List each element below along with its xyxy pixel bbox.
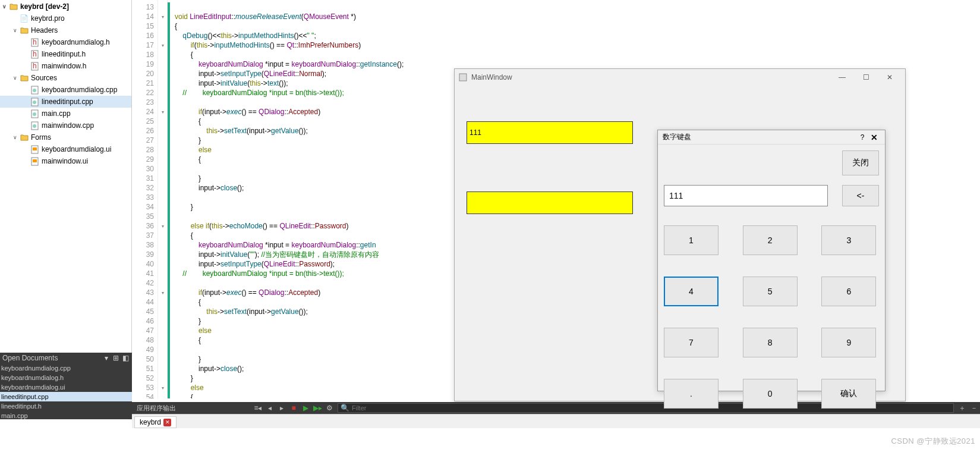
stop-icon[interactable]: ■ — [288, 403, 299, 413]
svg-point-11 — [33, 112, 36, 116]
svg-point-13 — [33, 124, 36, 128]
ui-file[interactable]: mainwindow.ui — [0, 155, 131, 167]
document-tab[interactable]: keybrd ✕ — [134, 416, 177, 428]
keypad-key-7[interactable]: 7 — [664, 328, 719, 357]
open-doc-item[interactable]: keyboardnumdialog.ui — [0, 382, 132, 392]
editor-tab-bar: keybrd ✕ — [132, 414, 980, 428]
svg-text:h: h — [33, 38, 37, 46]
source-file[interactable]: keyboardnumdialog.cpp — [0, 84, 131, 96]
ui-file-icon — [30, 145, 39, 154]
sources-folder[interactable]: ∨Sources — [0, 72, 131, 84]
keypad-key-4[interactable]: 4 — [664, 277, 719, 306]
minimize-icon[interactable]: ― — [830, 70, 854, 84]
folder-icon — [20, 133, 29, 142]
svg-rect-17 — [33, 159, 37, 162]
folder-icon — [20, 26, 29, 35]
line-number-gutter: 1314151617181920212223242526272829303132… — [132, 0, 158, 398]
close-panel-icon[interactable]: ◧ — [121, 354, 130, 362]
cpp-file-icon — [30, 86, 39, 95]
keypad-display[interactable] — [664, 185, 828, 206]
h-file-icon: h — [30, 62, 39, 71]
close-icon[interactable]: ✕ — [868, 133, 880, 142]
project-tree[interactable]: ∨ keybrd [dev-2] 📄keybrd.pro ∨Headers hk… — [0, 0, 132, 398]
h-file-icon: h — [30, 38, 39, 47]
remove-icon[interactable]: － — [969, 403, 979, 413]
cpp-file-icon — [30, 121, 39, 130]
header-file[interactable]: hlineeditinput.h — [0, 48, 131, 60]
output-label: 应用程序输出 — [132, 404, 181, 413]
forms-folder[interactable]: ∨Forms — [0, 131, 131, 143]
keypad-key-.[interactable]: . — [664, 379, 719, 409]
open-documents-header: Open Documents ▾ ⊞ ◧ — [0, 353, 132, 363]
tab-label: keybrd — [140, 418, 161, 426]
run-icon[interactable]: ▶ — [300, 403, 311, 413]
headers-folder[interactable]: ∨Headers — [0, 24, 131, 36]
keypad-key-9[interactable]: 9 — [821, 328, 876, 357]
open-doc-item[interactable]: lineeditinput.h — [0, 401, 132, 411]
mainwindow-titlebar[interactable]: MainWindow ― ☐ ✕ — [455, 69, 905, 86]
svg-text:h: h — [33, 62, 37, 70]
window-title: MainWindow — [471, 73, 830, 81]
split-icon[interactable]: ⊞ — [112, 354, 120, 362]
h-file-icon: h — [30, 50, 39, 59]
open-doc-item[interactable]: lineeditinput.cpp — [0, 392, 132, 401]
keypad-key-1[interactable]: 1 — [664, 225, 719, 255]
nav-right-icon[interactable]: ▸ — [276, 403, 287, 413]
keypad-key-3[interactable]: 3 — [821, 225, 876, 255]
keypad-key-确认[interactable]: 确认 — [821, 379, 876, 409]
folder-icon — [20, 74, 29, 83]
cpp-file-icon — [30, 109, 39, 118]
svg-rect-18 — [459, 74, 467, 81]
keypad-key-5[interactable]: 5 — [743, 277, 798, 306]
expand-icon[interactable]: ∨ — [12, 75, 18, 81]
keypad-key-8[interactable]: 8 — [743, 328, 798, 357]
keypad-key-2[interactable]: 2 — [743, 225, 798, 255]
open-doc-item[interactable]: main.cpp — [0, 411, 132, 420]
settings-icon[interactable]: ⚙ — [324, 403, 335, 413]
open-documents-panel: Open Documents ▾ ⊞ ◧ keyboardnumdialog.c… — [0, 353, 132, 419]
expand-icon[interactable]: ∨ — [12, 27, 18, 34]
header-file[interactable]: hkeyboardnumdialog.h — [0, 36, 131, 48]
numeric-keypad-dialog: 数字键盘 ? ✕ 关闭 <- 123456789.0确认 — [657, 130, 886, 391]
project-root[interactable]: ∨ keybrd [dev-2] — [0, 1, 131, 12]
app-icon — [458, 73, 468, 82]
ui-file-icon — [30, 157, 39, 166]
search-icon: 🔍 — [341, 404, 349, 412]
dropdown-icon[interactable]: ▾ — [102, 354, 111, 362]
header-file[interactable]: hmainwindow.h — [0, 60, 131, 72]
maximize-icon[interactable]: ☐ — [854, 70, 878, 84]
svg-point-9 — [33, 101, 36, 104]
keypad-close-button[interactable]: 关闭 — [842, 150, 879, 175]
input-field-1[interactable] — [467, 121, 633, 144]
help-icon[interactable]: ? — [856, 133, 868, 142]
svg-point-7 — [33, 89, 36, 92]
svg-rect-15 — [33, 147, 37, 150]
keypad-key-0[interactable]: 0 — [743, 379, 798, 409]
svg-text:h: h — [33, 50, 37, 58]
keypad-titlebar[interactable]: 数字键盘 ? ✕ — [658, 130, 885, 145]
source-file[interactable]: mainwindow.cpp — [0, 120, 131, 131]
open-doc-item[interactable]: keyboardnumdialog.h — [0, 373, 132, 382]
close-tab-icon[interactable]: ✕ — [163, 419, 171, 426]
cpp-file-icon — [30, 98, 39, 106]
add-icon[interactable]: ＋ — [957, 403, 968, 413]
open-doc-item[interactable]: keyboardnumdialog.cpp — [0, 363, 132, 373]
input-field-2[interactable] — [467, 191, 633, 214]
prev-icon[interactable]: ≡◂ — [253, 403, 263, 413]
fold-column[interactable]: ▾▾▾▾▾▾ — [158, 0, 168, 398]
run-all-icon[interactable]: ▶▸ — [312, 403, 323, 413]
folder-icon — [9, 2, 18, 11]
expand-icon[interactable]: ∨ — [12, 134, 18, 141]
source-file[interactable]: main.cpp — [0, 108, 131, 120]
nav-left-icon[interactable]: ◂ — [264, 403, 275, 413]
keypad-title: 数字键盘 — [663, 132, 856, 142]
expand-icon[interactable]: ∨ — [1, 4, 8, 10]
project-name: keybrd [dev-2] — [20, 2, 69, 11]
source-file[interactable]: lineeditinput.cpp — [0, 96, 131, 108]
keypad-backspace-button[interactable]: <- — [842, 185, 879, 206]
keypad-key-6[interactable]: 6 — [821, 277, 876, 306]
close-icon[interactable]: ✕ — [878, 70, 902, 84]
open-documents-title: Open Documents — [2, 354, 58, 362]
ui-file[interactable]: keyboardnumdialog.ui — [0, 143, 131, 155]
pro-file-item[interactable]: 📄keybrd.pro — [0, 12, 131, 24]
